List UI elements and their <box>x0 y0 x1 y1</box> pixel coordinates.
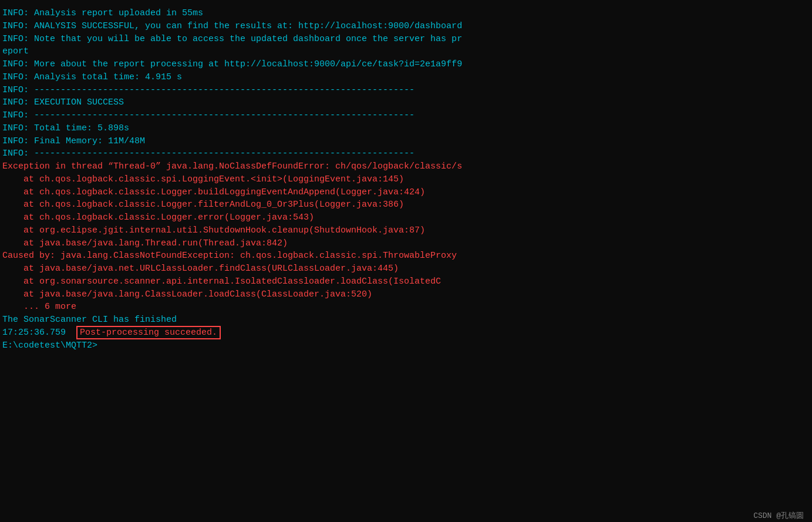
log-line-prompt: E:\codetest\MQTT2> <box>2 339 808 352</box>
log-line-4: eport <box>2 45 808 58</box>
terminal-window: INFO: Analysis report uploaded in 55ms I… <box>0 5 812 522</box>
exception-line-1: Exception in thread “Thread-0” java.lang… <box>2 160 808 173</box>
exception-line-9: at java.base/java.net.URLClassLoader.fin… <box>2 262 808 275</box>
log-line-5: INFO: More about the report processing a… <box>2 58 808 71</box>
post-processing-highlight: Post-processing succeeded. <box>76 326 221 339</box>
log-line-8: INFO: EXECUTION SUCCESS <box>2 96 808 109</box>
exception-line-3: at ch.qos.logback.classic.Logger.buildLo… <box>2 186 808 199</box>
exception-line-5: at ch.qos.logback.classic.Logger.error(L… <box>2 211 808 224</box>
exception-line-11: at java.base/java.lang.ClassLoader.loadC… <box>2 288 808 301</box>
log-line-9: INFO: ----------------------------------… <box>2 109 808 122</box>
exception-line-8: Caused by: java.lang.ClassNotFoundExcept… <box>2 250 808 262</box>
log-line-7: INFO: ----------------------------------… <box>2 84 808 97</box>
log-line-11: INFO: Final Memory: 11M/48M <box>2 135 808 148</box>
log-line-2: INFO: ANALYSIS SUCCESSFUL, you can find … <box>2 20 808 33</box>
log-line-finish: The SonarScanner CLI has finished <box>2 314 808 326</box>
log-line-6: INFO: Analysis total time: 4.915 s <box>2 71 808 84</box>
exception-line-2: at ch.qos.logback.classic.spi.LoggingEve… <box>2 173 808 186</box>
exception-line-7: at java.base/java.lang.Thread.run(Thread… <box>2 237 808 250</box>
exception-line-12: ... 6 more <box>2 301 808 314</box>
log-line-3: INFO: Note that you will be able to acce… <box>2 33 808 46</box>
log-line-post-processing: 17:25:36.759 Post-processing succeeded. <box>2 326 808 339</box>
exception-line-4: at ch.qos.logback.classic.Logger.filterA… <box>2 198 808 211</box>
log-line-12: INFO: ----------------------------------… <box>2 147 808 160</box>
watermark: CSDN @孔镐圆 <box>753 510 804 521</box>
exception-line-6: at org.eclipse.jgit.internal.util.Shutdo… <box>2 224 808 237</box>
exception-line-10: at org.sonarsource.scanner.api.internal.… <box>2 275 808 288</box>
log-line-1: INFO: Analysis report uploaded in 55ms <box>2 7 808 20</box>
log-line-10: INFO: Total time: 5.898s <box>2 122 808 135</box>
